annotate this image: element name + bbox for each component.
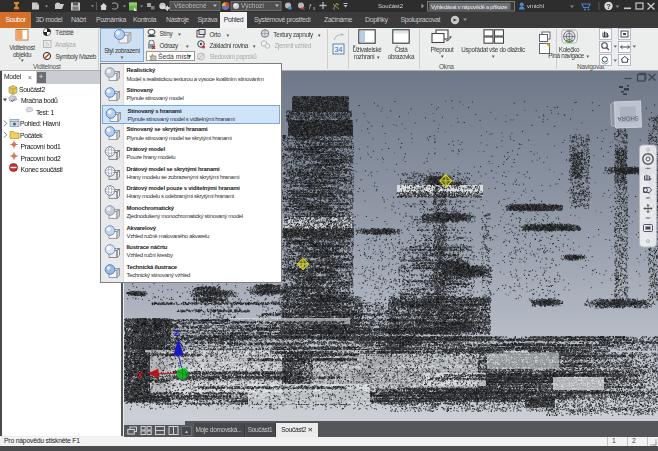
svg-text:?: ? xyxy=(606,2,611,11)
svg-text:Z: Z xyxy=(174,328,180,338)
svg-text:x: x xyxy=(313,5,316,11)
svg-text:SHORA: SHORA xyxy=(617,115,639,122)
svg-text:Výchozí: Výchozí xyxy=(241,2,264,10)
svg-text:Vyhledávat v nápovědě a příkaz: Vyhledávat v nápovědě a příkaze xyxy=(431,4,507,10)
svg-text:Všeobecné: Všeobecné xyxy=(174,2,207,9)
svg-text:X: X xyxy=(137,370,143,380)
svg-text:Y: Y xyxy=(185,371,190,378)
svg-text:f: f xyxy=(309,3,312,10)
svg-text:34: 34 xyxy=(335,46,343,53)
